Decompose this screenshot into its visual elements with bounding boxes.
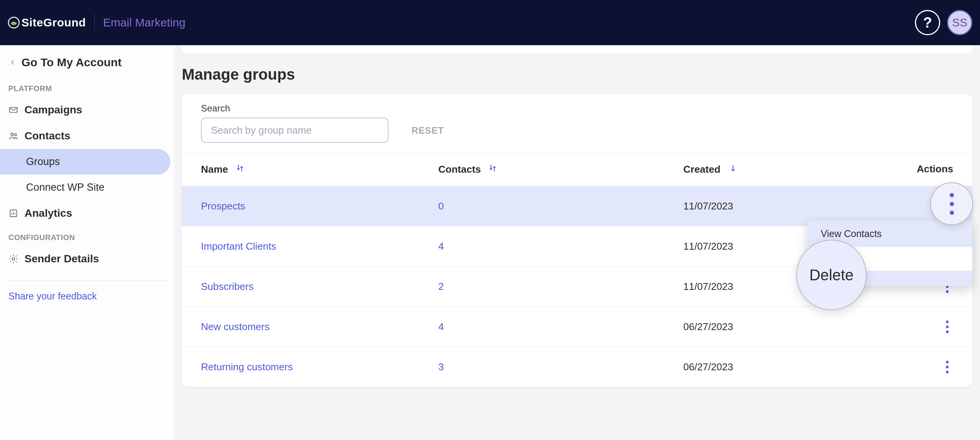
sidebar-subitem-groups[interactable]: Groups [0, 149, 170, 175]
groups-label: Groups [26, 156, 60, 167]
group-name-link[interactable]: Important Clients [201, 240, 438, 252]
topbar: SiteGround Email Marketing ? SS [0, 0, 980, 45]
magnified-delete-highlight: Delete [796, 240, 867, 310]
table-row: Returning customers306/27/2023 [182, 347, 972, 387]
sidebar-divider [8, 280, 166, 281]
search-block: Search [201, 103, 389, 143]
prev-card-edge [182, 45, 972, 54]
people-icon [8, 131, 18, 141]
help-button[interactable]: ? [915, 10, 940, 35]
col-header-contacts[interactable]: Contacts [438, 163, 683, 176]
sender-details-label: Sender Details [24, 253, 99, 265]
campaigns-label: Campaigns [24, 104, 82, 116]
svg-point-5 [12, 258, 15, 260]
col-contacts-label: Contacts [438, 164, 481, 175]
topbar-right: ? SS [915, 10, 972, 35]
svg-point-3 [15, 134, 16, 136]
row-actions-button[interactable] [941, 358, 953, 375]
avatar[interactable]: SS [947, 10, 972, 35]
logo-block: SiteGround Email Marketing [8, 14, 185, 31]
svg-point-2 [11, 133, 14, 136]
product-name[interactable]: Email Marketing [103, 16, 185, 29]
sidebar: Go To My Account PLATFORM Campaigns Cont… [0, 45, 174, 440]
sidebar-item-sender-details[interactable]: Sender Details [0, 246, 174, 272]
feedback-link[interactable]: Share your feedback [0, 288, 174, 305]
analytics-label: Analytics [24, 207, 72, 219]
group-name-link[interactable]: Subscribers [201, 281, 438, 293]
reset-label: RESET [412, 125, 444, 136]
feedback-label: Share your feedback [8, 291, 97, 301]
page-title: Manage groups [182, 66, 972, 83]
sidebar-item-analytics[interactable]: Analytics [0, 200, 174, 226]
group-created-date: 06/27/2023 [683, 361, 856, 373]
back-label: Go To My Account [21, 56, 122, 69]
group-name-link[interactable]: New customers [201, 321, 438, 333]
mail-icon [8, 105, 18, 115]
group-created-date: 11/07/2023 [683, 200, 856, 212]
col-header-name[interactable]: Name [201, 163, 438, 176]
col-created-label: Created [683, 164, 720, 175]
search-input[interactable] [201, 118, 389, 143]
divider [94, 14, 95, 31]
col-actions-label: Actions [917, 163, 953, 175]
group-contacts-count[interactable]: 3 [438, 361, 683, 373]
arrow-left-icon [8, 58, 17, 67]
sidebar-subitem-connect-wp[interactable]: Connect WP Site [0, 175, 174, 200]
search-label: Search [201, 103, 389, 114]
group-created-date: 06/27/2023 [683, 321, 856, 333]
sort-icon [728, 163, 738, 176]
svg-rect-1 [10, 108, 17, 113]
section-config-label: CONFIGURATION [0, 226, 174, 246]
section-platform-label: PLATFORM [0, 77, 174, 97]
table-header: Name Contacts Created [182, 153, 972, 186]
connect-wp-label: Connect WP Site [26, 182, 105, 193]
chart-icon [8, 208, 18, 218]
view-contacts-label: View Contacts [821, 228, 882, 239]
col-header-created[interactable]: Created [683, 163, 856, 176]
siteground-logo[interactable]: SiteGround [8, 16, 86, 29]
sort-icon [235, 163, 245, 176]
main: Manage groups Search RESET Name [174, 45, 980, 440]
row-actions-button[interactable] [941, 318, 953, 335]
gear-icon [8, 254, 18, 264]
group-contacts-count[interactable]: 4 [438, 321, 683, 333]
sort-icon [488, 163, 498, 176]
help-icon: ? [923, 15, 932, 31]
back-to-account[interactable]: Go To My Account [0, 52, 174, 77]
group-contacts-count[interactable]: 4 [438, 240, 683, 252]
avatar-initials: SS [952, 16, 967, 29]
group-name-link[interactable]: Prospects [201, 200, 438, 212]
group-name-link[interactable]: Returning customers [201, 361, 438, 373]
group-contacts-count[interactable]: 2 [438, 281, 683, 293]
col-name-label: Name [201, 164, 228, 175]
delete-label: Delete [809, 267, 854, 284]
contacts-label: Contacts [24, 130, 70, 142]
table-row: New customers406/27/2023 [182, 307, 972, 347]
search-row: Search RESET [182, 94, 972, 153]
sidebar-item-contacts[interactable]: Contacts [0, 123, 174, 149]
siteground-icon [8, 16, 20, 29]
sidebar-item-campaigns[interactable]: Campaigns [0, 97, 174, 123]
brand-text: SiteGround [21, 16, 86, 29]
col-header-actions: Actions [856, 163, 953, 176]
magnified-kebab-highlight [930, 182, 973, 225]
group-contacts-count[interactable]: 0 [438, 200, 683, 212]
reset-button[interactable]: RESET [412, 125, 444, 143]
